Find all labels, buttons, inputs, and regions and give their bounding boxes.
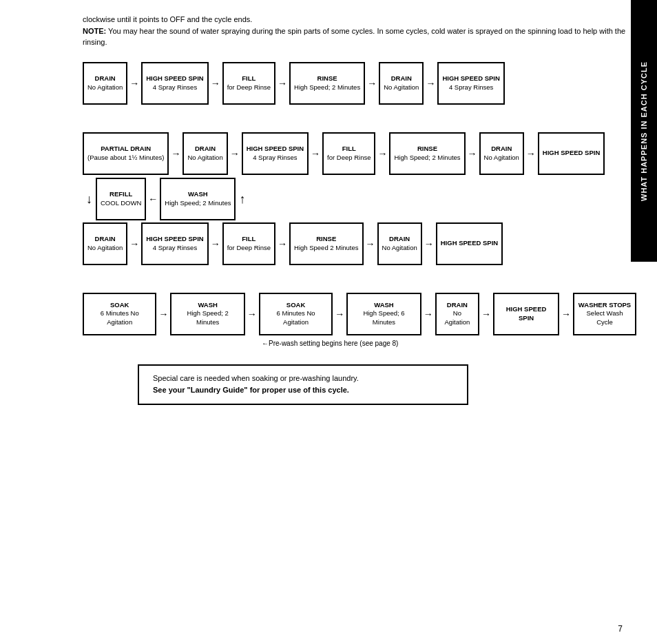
arrow1: → (127, 78, 141, 89)
s1-box-drain1: DRAIN No Agitation (83, 62, 127, 105)
s2-box-rinse: RINSE High Speed; 2 Minutes (389, 132, 465, 175)
arrow3: → (275, 78, 289, 89)
s2-arrow3: → (309, 148, 322, 159)
s3-box-washer-stops: WASHER STOPS Select Wash Cycle (573, 293, 636, 335)
s2-box-refill: REFILL COOL DOWN (96, 178, 146, 220)
note-label: NOTE: (83, 27, 106, 35)
s3-arrow5: → (479, 309, 493, 320)
arrow2: → (209, 78, 222, 89)
section1: DRAIN No Agitation → HIGH SPEED SPIN 4 S… (83, 62, 636, 105)
intro-line1: clockwise until it points to OFF and the… (83, 15, 252, 23)
s2r3-box-spin1: HIGH SPEED SPIN 4 Spray Rinses (141, 222, 208, 265)
s2-arrow2: → (228, 148, 242, 159)
s3-box-spin: HIGH SPEED SPIN (493, 293, 559, 335)
section3-row: SOAK 6 Minutes No Agitation → WASH High … (83, 293, 636, 335)
s2r3-box-spin2: HIGH SPEED SPIN (436, 222, 503, 265)
s3-arrow2: → (245, 309, 259, 320)
s3-arrow4: → (421, 309, 435, 320)
s2r3-arrow2: → (209, 238, 222, 249)
page-number: 7 (618, 624, 623, 634)
s1-box-fill: FILL for Deep Rinse (222, 62, 275, 105)
prewash-text: ←Pre-wash setting begins here (see page … (262, 340, 398, 347)
sidebar-label: WHAT HAPPENS IN EACH CYCLE (631, 0, 657, 262)
s2-arrow5: → (466, 148, 479, 159)
s2-row2-arrow: ← (146, 194, 160, 205)
section2-row2-container: ↓ REFILL COOL DOWN ← WASH High Speed; 2 … (83, 178, 636, 220)
s2-box-fill: FILL for Deep Rinse (322, 132, 375, 175)
s2r3-box-rinse: RINSE High Speed 2 Minutes (289, 222, 363, 265)
s2r3-arrow3: → (275, 238, 289, 249)
s3-box-wash1: WASH High Speed; 2 Minutes (170, 293, 244, 335)
s2r3-box-drain2: DRAIN No Agitation (377, 222, 422, 265)
s2-box-wash: WASH High Speed; 2 Minutes (160, 178, 236, 220)
note-text: You may hear the sound of water spraying… (83, 27, 625, 47)
arrow5: → (424, 78, 437, 89)
s1-box-spin2: HIGH SPEED SPIN 4 Spray Rinses (437, 62, 504, 105)
s3-arrow6: → (559, 309, 573, 320)
s2-arrow6: → (524, 148, 538, 159)
s2r3-arrow5: → (422, 238, 436, 249)
s2-box-drain1: DRAIN No Agitation (182, 132, 227, 175)
special-care-line1: Special care is needed when soaking or p… (153, 374, 359, 382)
s3-arrow3: → (333, 309, 346, 320)
down-arrow: ↓ (83, 193, 92, 205)
s2-box-drain2: DRAIN No Agitation (479, 132, 524, 175)
s1-box-rinse: RINSE High Speed; 2 Minutes (289, 62, 365, 105)
prewash-line: ←Pre-wash setting begins here (see page … (262, 340, 636, 347)
special-care-line2: See your "Laundry Guide" for proper use … (153, 386, 349, 394)
intro-text: clockwise until it points to OFF and the… (83, 14, 636, 48)
s3-box-soak1: SOAK 6 Minutes No Agitation (83, 293, 156, 335)
s2-arrow1: → (169, 148, 182, 159)
s3-box-wash2: WASH High Speed; 6 Minutes (346, 293, 421, 335)
page-container: clockwise until it points to OFF and the… (0, 0, 657, 644)
special-care-box: Special care is needed when soaking or p… (138, 364, 468, 405)
section2-row1: PARTIAL DRAIN (Pause about 1½ Minutes) →… (83, 132, 636, 175)
s2r3-arrow4: → (364, 238, 377, 249)
section3: SOAK 6 Minutes No Agitation → WASH High … (83, 293, 636, 347)
s3-box-soak2: SOAK 6 Minutes No Agitation (259, 293, 333, 335)
s2-box-spin1: HIGH SPEED SPIN 4 Spray Rinses (242, 132, 309, 175)
section2: PARTIAL DRAIN (Pause about 1½ Minutes) →… (83, 132, 636, 265)
section1-row: DRAIN No Agitation → HIGH SPEED SPIN 4 S… (83, 62, 636, 105)
s2r3-arrow1: → (127, 238, 141, 249)
arrow4: → (365, 78, 379, 89)
s1-box-drain2: DRAIN No Agitation (379, 62, 424, 105)
s1-box-spin1: HIGH SPEED SPIN 4 Spray Rinses (141, 62, 208, 105)
s2r3-box-drain1: DRAIN No Agitation (83, 222, 127, 265)
s3-box-drain: DRAIN No Agitation (435, 293, 479, 335)
s2-box-spin2: HIGH SPEED SPIN (538, 132, 605, 175)
section2-row3: DRAIN No Agitation → HIGH SPEED SPIN 4 S… (83, 222, 636, 265)
s3-arrow1: → (156, 309, 170, 320)
s2r3-box-fill: FILL for Deep Rinse (222, 222, 275, 265)
main-content: clockwise until it points to OFF and the… (0, 0, 657, 644)
up-arrow: ↑ (239, 193, 245, 205)
s2-box-partialdrain: PARTIAL DRAIN (Pause about 1½ Minutes) (83, 132, 169, 175)
s2-arrow4: → (375, 148, 389, 159)
